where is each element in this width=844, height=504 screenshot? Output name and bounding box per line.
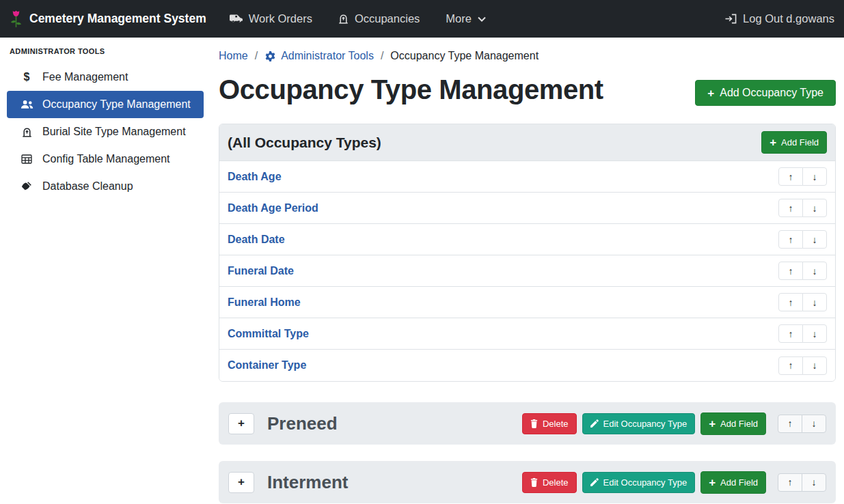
- move-down-button[interactable]: ↓: [802, 415, 826, 433]
- dollar-icon: $: [20, 71, 33, 83]
- move-down-button[interactable]: ↓: [802, 356, 827, 375]
- reorder-controls: ↑ ↓: [778, 324, 827, 343]
- move-up-button[interactable]: ↑: [778, 230, 803, 249]
- delete-button[interactable]: Delete: [522, 472, 577, 493]
- all-occupancy-types-card: (All Occupancy Types) + Add Field Death …: [219, 124, 836, 382]
- move-down-button[interactable]: ↓: [802, 199, 827, 217]
- arrow-up-icon: ↑: [789, 297, 793, 308]
- plus-icon: +: [709, 418, 716, 430]
- field-link[interactable]: Death Date: [228, 234, 285, 246]
- nav-more[interactable]: More: [446, 12, 486, 25]
- field-link[interactable]: Container Type: [228, 359, 306, 372]
- move-up-button[interactable]: ↑: [778, 293, 803, 311]
- sidebar-item-label: Database Cleanup: [42, 180, 133, 193]
- reorder-controls: ↑ ↓: [778, 262, 827, 280]
- move-up-button[interactable]: ↑: [778, 167, 803, 186]
- field-link[interactable]: Committal Type: [228, 328, 309, 340]
- arrow-down-icon: ↓: [813, 266, 817, 277]
- reorder-controls: ↑ ↓: [778, 167, 827, 186]
- section-preneed: + Preneed Delete Edit Occupancy Type: [219, 402, 836, 445]
- arrow-down-icon: ↓: [813, 171, 817, 182]
- section-actions: Delete Edit Occupancy Type + Add Field ↑…: [522, 471, 826, 494]
- sidebar-item-burial-site-type-management[interactable]: Burial Site Type Management: [7, 118, 204, 145]
- breadcrumb-admin-tools-label: Administrator Tools: [281, 50, 374, 62]
- delete-button[interactable]: Delete: [522, 413, 577, 434]
- add-occupancy-type-label: Add Occupancy Type: [720, 87, 823, 99]
- field-link[interactable]: Death Age Period: [228, 202, 318, 214]
- move-up-button[interactable]: ↑: [778, 199, 803, 217]
- field-link[interactable]: Death Age: [228, 171, 282, 183]
- section-interment: + Interment Delete Edit Occupancy Type: [219, 461, 836, 503]
- move-up-button[interactable]: ↑: [778, 473, 802, 492]
- sidebar-header: Administrator Tools: [0, 40, 210, 64]
- move-down-button[interactable]: ↓: [802, 167, 827, 186]
- sidebar-item-config-table-management[interactable]: Config Table Management: [7, 145, 204, 173]
- add-field-button[interactable]: + Add Field: [761, 131, 827, 154]
- nav-links: Work Orders Occupancies More: [230, 12, 486, 25]
- sidebar-item-occupancy-type-management[interactable]: Occupancy Type Management: [7, 91, 204, 118]
- expand-button[interactable]: +: [228, 413, 254, 434]
- edit-occupancy-type-button[interactable]: Edit Occupancy Type: [582, 413, 696, 434]
- pencil-icon: [590, 478, 599, 486]
- app-brand[interactable]: Cemetery Management System: [10, 10, 206, 28]
- field-row-death-date: Death Date ↑ ↓: [219, 224, 835, 255]
- move-up-button[interactable]: ↑: [778, 356, 803, 375]
- field-row-funeral-home: Funeral Home ↑ ↓: [219, 287, 835, 318]
- breadcrumb-separator: /: [255, 50, 258, 62]
- breadcrumb-admin-tools[interactable]: Administrator Tools: [264, 50, 374, 62]
- sidebar-item-database-cleanup[interactable]: Database Cleanup: [7, 173, 204, 200]
- plus-icon: +: [709, 477, 716, 488]
- plus-icon: +: [238, 417, 245, 430]
- logout-button[interactable]: Log Out d.gowans: [725, 12, 834, 25]
- nav-occupancies-label: Occupancies: [355, 12, 420, 25]
- nav-work-orders-label: Work Orders: [249, 12, 312, 25]
- delete-label: Delete: [543, 477, 569, 488]
- nav-occupancies[interactable]: Occupancies: [338, 12, 420, 25]
- top-navbar: Cemetery Management System Work Orders: [0, 0, 844, 38]
- plus-icon: +: [770, 137, 776, 148]
- move-down-button[interactable]: ↓: [802, 324, 827, 343]
- arrow-down-icon: ↓: [812, 418, 817, 429]
- logout-icon: [725, 14, 737, 24]
- users-icon: [20, 100, 33, 109]
- expand-button[interactable]: +: [228, 472, 254, 493]
- field-row-death-age-period: Death Age Period ↑ ↓: [219, 193, 835, 224]
- logout-label: Log Out d.gowans: [743, 12, 834, 25]
- nav-work-orders[interactable]: Work Orders: [230, 12, 312, 25]
- move-down-button[interactable]: ↓: [802, 293, 827, 311]
- edit-occupancy-type-label: Edit Occupancy Type: [603, 419, 688, 429]
- add-occupancy-type-button[interactable]: + Add Occupancy Type: [695, 80, 836, 106]
- sidebar-item-label: Burial Site Type Management: [42, 126, 186, 138]
- move-down-button[interactable]: ↓: [802, 262, 827, 280]
- sidebar: Administrator Tools $ Fee Management Occ…: [0, 38, 210, 200]
- section-actions: Delete Edit Occupancy Type + Add Field ↑…: [522, 412, 826, 435]
- edit-occupancy-type-button[interactable]: Edit Occupancy Type: [582, 472, 696, 493]
- field-row-funeral-date: Funeral Date ↑ ↓: [219, 255, 835, 287]
- move-down-button[interactable]: ↓: [802, 230, 827, 249]
- arrow-down-icon: ↓: [813, 360, 817, 371]
- field-link[interactable]: Funeral Date: [228, 265, 294, 277]
- breadcrumb-home-label: Home: [219, 50, 248, 62]
- delete-label: Delete: [543, 419, 569, 429]
- move-up-button[interactable]: ↑: [778, 324, 803, 343]
- truck-icon: [230, 14, 243, 24]
- reorder-controls: ↑ ↓: [778, 199, 827, 217]
- add-field-label: Add Field: [720, 477, 758, 488]
- arrow-up-icon: ↑: [789, 266, 793, 277]
- card-header: (All Occupancy Types) + Add Field: [219, 124, 835, 161]
- add-field-label: Add Field: [781, 137, 819, 148]
- move-up-button[interactable]: ↑: [778, 262, 803, 280]
- tulip-logo-icon: [10, 10, 23, 28]
- table-icon: [20, 154, 33, 164]
- sidebar-item-fee-management[interactable]: $ Fee Management: [7, 64, 204, 91]
- gear-icon: [264, 51, 276, 62]
- sidebar-item-label: Occupancy Type Management: [42, 98, 191, 111]
- add-field-button[interactable]: + Add Field: [700, 471, 766, 494]
- reorder-controls: ↑ ↓: [778, 415, 826, 433]
- add-field-button[interactable]: + Add Field: [700, 412, 766, 435]
- field-link[interactable]: Funeral Home: [228, 296, 301, 309]
- breadcrumb-home[interactable]: Home: [219, 50, 248, 62]
- move-down-button[interactable]: ↓: [802, 473, 826, 492]
- chevron-down-icon: [478, 16, 486, 22]
- move-up-button[interactable]: ↑: [778, 415, 802, 433]
